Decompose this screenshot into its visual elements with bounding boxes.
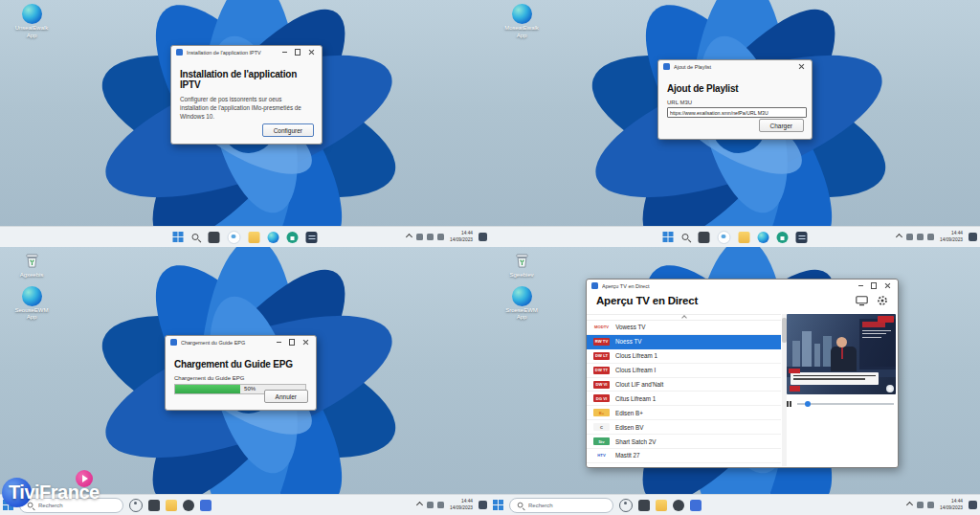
epg-progress-fill xyxy=(175,385,240,393)
volume-icon[interactable] xyxy=(427,234,434,240)
chat-icon[interactable] xyxy=(718,231,731,244)
dialog-title: Installation de l'application IPTV xyxy=(187,50,278,56)
channel-row[interactable]: 5tvShart Satch 2V xyxy=(587,435,781,449)
clock[interactable]: 14:44 14/09/2023 xyxy=(450,231,473,242)
notification-icon[interactable] xyxy=(969,233,977,241)
maximize-icon[interactable] xyxy=(289,339,296,346)
progress-label: Chargement du Guide EPG xyxy=(174,375,307,381)
breaking-tag xyxy=(789,369,800,373)
channel-row[interactable]: MODTVVowess TV xyxy=(587,321,781,335)
dialog-heading: Installation de l'application IPTV xyxy=(180,69,313,90)
close-icon[interactable] xyxy=(798,63,805,70)
m3u-url-input[interactable] xyxy=(667,107,807,118)
clock[interactable]: 14:44 14/09/2023 xyxy=(940,499,963,510)
windows-logo-icon[interactable] xyxy=(173,232,184,242)
camera-icon[interactable] xyxy=(183,500,194,511)
volume-icon[interactable] xyxy=(437,502,444,508)
store-icon[interactable] xyxy=(777,232,789,243)
window-titlebar[interactable]: Aperçu TV en Direct xyxy=(587,280,898,292)
battery-icon[interactable] xyxy=(927,234,934,240)
network-icon[interactable] xyxy=(416,234,423,240)
battery-icon[interactable] xyxy=(437,234,444,240)
windows-logo-icon[interactable] xyxy=(663,232,674,242)
desktop-icon-edge[interactable]: SroeseEWM App xyxy=(495,286,548,322)
taskbar-search-box[interactable]: Recherch xyxy=(509,498,613,513)
volume-icon[interactable] xyxy=(927,502,934,508)
load-button[interactable]: Charger xyxy=(759,119,804,132)
cancel-button[interactable]: Annuler xyxy=(264,390,308,403)
clock[interactable]: 14:44 14/09/2023 xyxy=(940,231,963,242)
desktop-icon-edge[interactable]: SeouseEWM App xyxy=(5,286,58,322)
channel-row[interactable]: DW VIClout LIF and'Nalt xyxy=(587,378,781,392)
dialog-titlebar[interactable]: Chargement du Guide EPG xyxy=(166,336,316,348)
chevron-up-icon[interactable] xyxy=(896,234,902,240)
channel-row[interactable]: DG VICitus Lifream 1 xyxy=(587,392,781,406)
close-icon[interactable] xyxy=(302,339,309,346)
close-icon[interactable] xyxy=(884,282,891,289)
edge-icon[interactable] xyxy=(268,232,279,243)
tv-screen-icon[interactable] xyxy=(856,296,868,306)
notification-icon[interactable] xyxy=(479,233,487,241)
chevron-up-icon[interactable] xyxy=(416,502,423,508)
channel-row[interactable]: RW TVNoess TV xyxy=(587,335,781,349)
channel-row[interactable]: DW TTClous Lifream I xyxy=(587,364,781,378)
channel-row[interactable]: B+Edisen B+ xyxy=(587,406,781,420)
network-icon[interactable] xyxy=(917,502,924,508)
channel-row[interactable]: TvSWant Suton 2V xyxy=(587,463,781,466)
task-view-icon[interactable] xyxy=(148,500,160,511)
iptv-app-icon[interactable] xyxy=(796,232,808,243)
store-icon[interactable] xyxy=(287,232,299,243)
notification-icon[interactable] xyxy=(969,501,977,509)
seek-bar[interactable] xyxy=(797,403,895,405)
maximize-icon[interactable] xyxy=(871,282,878,289)
skyline-graphic xyxy=(802,331,812,368)
people-icon[interactable] xyxy=(129,499,143,512)
network-icon[interactable] xyxy=(427,502,434,508)
channel-row[interactable]: CEdisen BV xyxy=(587,420,781,435)
maximize-icon[interactable] xyxy=(295,49,301,56)
desktop-icon-edge[interactable]: UnsealEwalk App xyxy=(5,4,58,39)
settings-gear-icon[interactable] xyxy=(877,295,888,306)
clock[interactable]: 14:44 14/09/2023 xyxy=(450,499,473,510)
network-icon[interactable] xyxy=(906,234,913,240)
pause-icon[interactable] xyxy=(787,401,791,407)
file-explorer-icon[interactable] xyxy=(656,500,667,511)
recycle-bin-icon xyxy=(512,251,532,271)
desktop-icon-recycle-bin[interactable]: Agxeebis xyxy=(5,251,58,280)
desktop-icon-edge[interactable]: MoseatEwalk App xyxy=(495,4,548,39)
chevron-up-icon[interactable] xyxy=(406,234,412,240)
task-view-icon[interactable] xyxy=(638,500,650,511)
task-view-icon[interactable] xyxy=(699,232,710,243)
skyline-graphic xyxy=(792,341,800,368)
notification-icon[interactable] xyxy=(479,501,487,509)
app-icon[interactable] xyxy=(690,500,702,511)
dialog-titlebar[interactable]: Installation de l'application IPTV xyxy=(171,46,322,58)
channel-row[interactable]: DW LTClous Lifream 1 xyxy=(587,349,781,364)
channel-row[interactable]: HTVMastit 27 xyxy=(587,449,781,463)
volume-icon[interactable] xyxy=(917,234,924,240)
chevron-up-icon[interactable] xyxy=(906,502,913,508)
people-icon[interactable] xyxy=(619,499,633,512)
file-explorer-icon[interactable] xyxy=(249,232,260,243)
chat-icon[interactable] xyxy=(228,231,241,244)
minimize-icon[interactable] xyxy=(282,52,287,53)
file-explorer-icon[interactable] xyxy=(166,500,177,511)
close-icon[interactable] xyxy=(308,49,315,56)
minimize-icon[interactable] xyxy=(858,285,863,286)
camera-icon[interactable] xyxy=(673,500,684,511)
edge-icon[interactable] xyxy=(758,232,769,243)
seek-handle[interactable] xyxy=(805,401,811,407)
app-icon[interactable] xyxy=(200,500,212,511)
dialog-titlebar[interactable]: Ajout de Playlist xyxy=(658,60,812,73)
search-icon[interactable] xyxy=(191,233,201,242)
configure-button[interactable]: Configurer xyxy=(262,123,314,137)
tray-date: 14/09/2023 xyxy=(940,237,963,243)
iptv-app-icon[interactable] xyxy=(306,232,318,243)
search-icon[interactable] xyxy=(681,233,691,242)
desktop-icon-recycle-bin[interactable]: Sgeebiev xyxy=(495,251,548,280)
live-video-preview[interactable] xyxy=(787,314,896,394)
task-view-icon[interactable] xyxy=(209,232,220,243)
minimize-icon[interactable] xyxy=(277,342,281,343)
file-explorer-icon[interactable] xyxy=(739,232,750,243)
windows-logo-icon[interactable] xyxy=(493,500,503,510)
